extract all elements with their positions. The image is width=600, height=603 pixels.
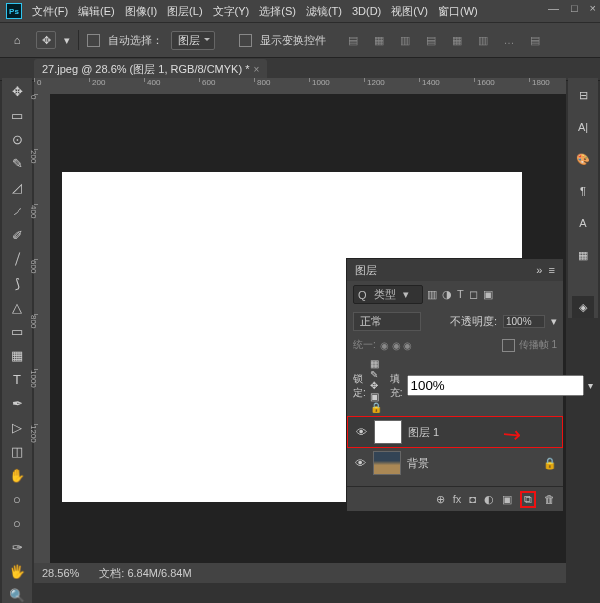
menu-select[interactable]: 选择(S) (259, 4, 296, 19)
minimize-button[interactable]: — (548, 2, 559, 14)
filter-type-icon[interactable]: T (457, 288, 464, 301)
propagate-label: 传播帧 1 (519, 338, 557, 352)
glyphs-icon[interactable]: A (572, 212, 594, 234)
lock-icons[interactable]: ▦ ✎ ✥ ▣ 🔒 (370, 358, 382, 413)
hand-tool-2[interactable]: 🖐 (5, 560, 29, 582)
character-icon[interactable]: A| (572, 116, 594, 138)
mask-icon[interactable]: ◘ (469, 493, 476, 505)
auto-select-checkbox[interactable] (87, 34, 100, 47)
lock-label: 锁定: (353, 372, 366, 400)
panel-menu-icon[interactable]: ≡ (549, 264, 555, 276)
swatches-icon[interactable]: 🎨 (572, 148, 594, 170)
gradient-tool[interactable]: ▭ (5, 320, 29, 342)
layers-panel: 图层 » ≡ Q 类型 ▾ ▥ ◑ T ◻ ▣ 正常 不透明度: ▾ 统一: ◉… (346, 258, 564, 512)
menu-image[interactable]: 图像(I) (125, 4, 157, 19)
fill-input[interactable] (407, 375, 584, 396)
adjustment-icon[interactable]: ◐ (484, 493, 494, 506)
ellipse-tool[interactable]: ○ (5, 488, 29, 510)
menu-edit[interactable]: 编辑(E) (78, 4, 115, 19)
collapse-icon[interactable]: ⊟ (572, 84, 594, 106)
tab-title: 27.jpeg @ 28.6% (图层 1, RGB/8/CMYK) * (42, 62, 249, 77)
app-logo: Ps (6, 3, 22, 19)
menu-3d[interactable]: 3D(D) (352, 5, 381, 17)
pen-tool[interactable]: ✒ (5, 392, 29, 414)
filter-pixel-icon[interactable]: ▥ (427, 288, 437, 301)
tool-preset[interactable]: ✥ (36, 31, 56, 49)
show-transform-checkbox[interactable] (239, 34, 252, 47)
maximize-button[interactable]: □ (571, 2, 578, 14)
link-layers-icon[interactable]: ⊕ (436, 493, 445, 506)
move-tool[interactable]: ✥ (5, 80, 29, 102)
align-icon[interactable]: ▤ (524, 31, 546, 49)
close-button[interactable]: × (590, 2, 596, 14)
eraser-tool[interactable]: △ (5, 296, 29, 318)
propagate-checkbox[interactable] (502, 339, 515, 352)
paragraph-icon[interactable]: ¶ (572, 180, 594, 202)
collapse-icon[interactable]: » (536, 264, 542, 276)
menu-bar: Ps 文件(F) 编辑(E) 图像(I) 图层(L) 文字(Y) 选择(S) 滤… (0, 0, 600, 22)
document-tab[interactable]: 27.jpeg @ 28.6% (图层 1, RGB/8/CMYK) * × (34, 59, 267, 80)
grid-icon[interactable]: ▦ (572, 244, 594, 266)
fill-label: 填充: (390, 372, 403, 400)
clone-tool[interactable]: ⟆ (5, 272, 29, 294)
layer-row[interactable]: 👁 背景 🔒 (347, 448, 563, 478)
layer-filter-dropdown[interactable]: Q 类型 ▾ (353, 285, 423, 304)
blend-mode-dropdown[interactable]: 正常 (353, 312, 421, 331)
crop-tool[interactable]: ◿ (5, 176, 29, 198)
ruler-horizontal: 020040060080010001200140016001800 (34, 78, 566, 94)
hand-tool[interactable]: ✋ (5, 464, 29, 486)
home-icon[interactable]: ⌂ (6, 30, 28, 50)
menu-file[interactable]: 文件(F) (32, 4, 68, 19)
zoom-level[interactable]: 28.56% (42, 567, 79, 579)
visibility-icon[interactable]: 👁 (354, 426, 368, 438)
quick-select-tool[interactable]: ✎ (5, 152, 29, 174)
rectangle-tool[interactable]: ◫ (5, 440, 29, 462)
fx-icon[interactable]: fx (453, 493, 462, 505)
menu-filter[interactable]: 滤镜(T) (306, 4, 342, 19)
auto-select-dropdown[interactable]: 图层 (171, 31, 215, 50)
align-icon[interactable]: ▥ (472, 31, 494, 49)
layer-thumbnail[interactable] (373, 451, 401, 475)
filter-smart-icon[interactable]: ▣ (483, 288, 493, 301)
menu-view[interactable]: 视图(V) (391, 4, 428, 19)
align-icons: ▤ ▦ ▥ ▤ ▦ ▥ … ▤ (342, 31, 546, 49)
align-icon[interactable]: ▥ (394, 31, 416, 49)
unify-label: 统一: (353, 338, 376, 352)
group-icon[interactable]: ▣ (502, 493, 512, 506)
window-controls: — □ × (548, 2, 596, 14)
align-icon[interactable]: … (498, 31, 520, 49)
show-transform-label: 显示变换控件 (260, 33, 326, 48)
new-layer-icon[interactable]: ⧉ (520, 491, 536, 508)
layers-icon[interactable]: ◈ (572, 296, 594, 318)
lasso-tool[interactable]: ⊙ (5, 128, 29, 150)
menu-layer[interactable]: 图层(L) (167, 4, 202, 19)
visibility-icon[interactable]: 👁 (353, 457, 367, 469)
filter-shape-icon[interactable]: ◻ (469, 288, 478, 301)
shape-tool[interactable]: ○ (5, 512, 29, 534)
delete-layer-icon[interactable]: 🗑 (544, 493, 555, 505)
ruler-vertical: 020040060080010001200 (34, 94, 50, 583)
menu-type[interactable]: 文字(Y) (213, 4, 250, 19)
brush-tool[interactable]: ⧸ (5, 248, 29, 270)
menu-window[interactable]: 窗口(W) (438, 4, 478, 19)
blur-tool[interactable]: ▦ (5, 344, 29, 366)
layer-name[interactable]: 背景 (407, 456, 429, 471)
filter-adjust-icon[interactable]: ◑ (442, 288, 452, 301)
layer-row[interactable]: 👁 图层 1 (347, 416, 563, 448)
auto-select-label: 自动选择： (108, 33, 163, 48)
opacity-input[interactable] (503, 315, 545, 328)
healing-tool[interactable]: ✐ (5, 224, 29, 246)
dodge-tool[interactable]: ✑ (5, 536, 29, 558)
align-icon[interactable]: ▦ (368, 31, 390, 49)
eyedropper-tool[interactable]: ⟋ (5, 200, 29, 222)
path-select-tool[interactable]: ▷ (5, 416, 29, 438)
type-tool[interactable]: T (5, 368, 29, 390)
align-icon[interactable]: ▤ (420, 31, 442, 49)
layer-thumbnail[interactable] (374, 420, 402, 444)
zoom-tool[interactable]: 🔍 (5, 584, 29, 603)
layer-name[interactable]: 图层 1 (408, 425, 439, 440)
tab-close-icon[interactable]: × (253, 64, 259, 75)
align-icon[interactable]: ▦ (446, 31, 468, 49)
marquee-tool[interactable]: ▭ (5, 104, 29, 126)
align-icon[interactable]: ▤ (342, 31, 364, 49)
